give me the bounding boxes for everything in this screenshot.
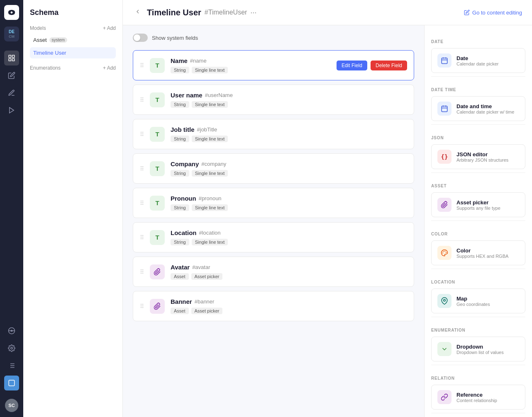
- rp-item-map[interactable]: Map Geo coordinates: [431, 289, 525, 313]
- rp-section-json: JSON {} JSON editor Arbitrary JSON struc…: [425, 130, 532, 178]
- square-nav-icon[interactable]: [4, 376, 19, 390]
- left-navigation: DE CM: [0, 0, 23, 417]
- field-tag: Asset: [171, 308, 189, 314]
- field-display-name: Company: [171, 160, 199, 167]
- field-tag: Single line text: [192, 239, 228, 245]
- drag-handle[interactable]: ⠿: [140, 165, 144, 172]
- go-to-content-editing-button[interactable]: Go to content editing: [464, 10, 522, 16]
- rp-item-reference[interactable]: Reference Content relationship: [431, 385, 525, 410]
- svg-point-27: [444, 299, 446, 301]
- rp-item-title: Dropdown: [456, 344, 504, 350]
- field-tag: String: [171, 239, 189, 245]
- field-tags: StringSingle line text: [171, 239, 407, 245]
- svg-point-26: [443, 253, 443, 253]
- field-tags: StringSingle line text: [171, 101, 407, 108]
- drag-handle[interactable]: ⠿: [140, 97, 144, 103]
- app-logo: [4, 5, 19, 20]
- field-tag: String: [171, 101, 189, 108]
- play-nav-icon[interactable]: [4, 103, 19, 118]
- sidebar-item-asset[interactable]: Asset system: [30, 34, 116, 46]
- edit-nav-icon[interactable]: [4, 68, 19, 83]
- collapse-sidebar-button[interactable]: [133, 7, 143, 18]
- field-name-row: Name #name: [171, 57, 331, 64]
- drag-handle[interactable]: ⠿: [140, 131, 144, 138]
- field-tags: StringSingle line text: [171, 67, 331, 73]
- rp-section-date: DATE Date Calendar date picker: [425, 34, 532, 82]
- field-hash: #banner: [195, 298, 215, 305]
- field-actions: Edit Field Delete Field: [337, 61, 407, 70]
- rp-item-dropdown[interactable]: Dropdown Dropdown list of values: [431, 337, 525, 361]
- system-fields-toggle[interactable]: [133, 34, 148, 42]
- show-system-fields-row: Show system fields: [133, 34, 414, 42]
- rp-item-json-editor[interactable]: {} JSON editor Arbitrary JSON structures: [431, 144, 525, 169]
- rp-item-title: Map: [456, 296, 490, 302]
- main-content: Timeline User #TimelineUser ··· Go to co…: [123, 0, 532, 417]
- field-hash: #location: [199, 230, 221, 236]
- field-display-name: Banner: [171, 298, 192, 305]
- delete-field-button[interactable]: Delete Field: [371, 61, 407, 70]
- user-avatar[interactable]: SC: [5, 399, 18, 412]
- toggle-knob: [134, 34, 140, 41]
- right-panel: DATE Date Calendar date picker DATE TIME…: [424, 25, 532, 417]
- rp-item-date-and-time[interactable]: Date and time Calendar date picker w/ ti…: [431, 96, 525, 121]
- field-info: User name #userName StringSingle line te…: [171, 92, 407, 108]
- drag-handle[interactable]: ⠿: [140, 269, 144, 275]
- rp-section-location: LOCATION Map Geo coordinates: [425, 274, 532, 322]
- drag-handle[interactable]: ⠿: [140, 200, 144, 206]
- integrations-nav-icon[interactable]: [4, 323, 19, 338]
- fields-container: ⠿ T Name #name StringSingle line text Ed…: [133, 50, 414, 321]
- rp-item-info: Date Calendar date picker: [456, 55, 499, 66]
- field-tag: Single line text: [192, 67, 228, 73]
- rp-item-date[interactable]: Date Calendar date picker: [431, 48, 525, 73]
- rp-item-title: Asset picker: [456, 199, 500, 206]
- field-name-row: Company #company: [171, 160, 407, 167]
- asset-item-label: Asset: [33, 37, 47, 43]
- edit-field-button[interactable]: Edit Field: [337, 61, 367, 70]
- settings-nav-icon[interactable]: [4, 341, 19, 356]
- rp-section-label: ASSET: [431, 184, 525, 188]
- svg-point-25: [443, 251, 444, 252]
- field-name-row: Location #location: [171, 229, 407, 236]
- rp-item-description: Geo coordinates: [456, 302, 490, 307]
- field-hash: #pronoun: [199, 195, 222, 201]
- rp-item-icon: [437, 390, 451, 404]
- rp-item-description: Calendar date picker w/ time: [456, 109, 514, 114]
- drag-handle[interactable]: ⠿: [140, 234, 144, 241]
- rp-item-title: Date: [456, 55, 499, 61]
- models-add-button[interactable]: + Add: [103, 25, 116, 31]
- field-card-pronoun: ⠿ T Pronoun #pronoun StringSingle line t…: [133, 188, 414, 218]
- rp-item-icon: [437, 342, 451, 356]
- rp-item-title: Reference: [456, 392, 497, 398]
- rp-item-title: Date and time: [456, 103, 514, 109]
- rp-item-icon: [437, 102, 451, 116]
- rp-section-label: JSON: [431, 136, 525, 140]
- field-card-jobtitle: ⠿ T Job title #jobTitle StringSingle lin…: [133, 119, 414, 149]
- rp-item-info: Map Geo coordinates: [456, 296, 490, 307]
- rp-section-asset: ASSET Asset picker Supports any file typ…: [425, 178, 532, 226]
- drag-handle[interactable]: ⠿: [140, 62, 144, 69]
- rp-item-asset-picker[interactable]: Asset picker Supports any file type: [431, 192, 525, 217]
- svg-rect-14: [9, 380, 15, 386]
- rp-item-color[interactable]: Color Supports HEX and RGBA: [431, 240, 525, 265]
- page-more-options[interactable]: ···: [250, 8, 256, 17]
- rp-item-icon: [437, 198, 451, 212]
- rp-divider: [431, 221, 525, 221]
- de-cm-badge[interactable]: DE CM: [4, 27, 19, 41]
- field-tag: String: [171, 136, 189, 142]
- enumerations-add-button[interactable]: + Add: [103, 65, 116, 71]
- pencil-nav-icon[interactable]: [4, 85, 19, 100]
- field-tags: StringSingle line text: [171, 136, 407, 142]
- rp-item-info: Dropdown Dropdown list of values: [456, 344, 504, 355]
- field-display-name: Name: [171, 57, 188, 64]
- svg-point-7: [11, 347, 13, 349]
- rp-divider: [431, 413, 525, 413]
- svg-point-24: [446, 252, 447, 253]
- drag-handle[interactable]: ⠿: [140, 303, 144, 310]
- rp-item-description: Arbitrary JSON structures: [456, 158, 508, 162]
- list-nav-icon[interactable]: [4, 358, 19, 373]
- field-name-row: Job title #jobTitle: [171, 126, 407, 133]
- layers-nav-icon[interactable]: [4, 51, 19, 65]
- field-tag: Single line text: [192, 101, 228, 108]
- svg-rect-2: [9, 59, 11, 61]
- sidebar-item-timeline-user[interactable]: Timeline User: [30, 47, 116, 58]
